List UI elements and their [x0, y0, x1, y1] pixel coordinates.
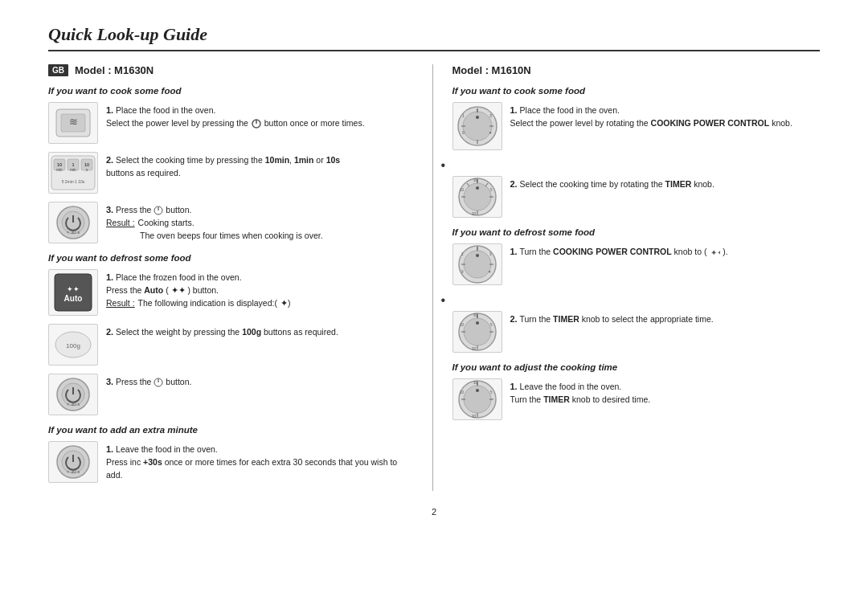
- step1-line3: button once or more times.: [264, 118, 365, 128]
- r-step2-text2: knob.: [694, 179, 714, 189]
- page-title: Quick Look-up Guide: [48, 24, 820, 51]
- start-symbol2-inline: [154, 378, 163, 387]
- right-section3-title: If you want to adjust the cooking time: [452, 362, 821, 372]
- svg-text:✦✦: ✦✦: [67, 285, 80, 293]
- r-defrost-bracket: ).: [723, 247, 727, 256]
- bullet1: •: [441, 158, 821, 173]
- defrost-result-text: The following indication is displayed:(: [138, 297, 277, 310]
- defrost-step2-bold: 100g: [242, 327, 261, 337]
- timer-knob2-icon: 30 10 5 20: [456, 310, 499, 353]
- svg-text:≋: ≋: [69, 116, 78, 128]
- r-defrost-step1-num: 1.: [510, 247, 518, 256]
- step2-text2: buttons as required.: [106, 168, 181, 178]
- defrost-symbol: ✦): [280, 297, 291, 310]
- left-defrost-step2-image: 100g: [48, 324, 98, 366]
- left-cook-step3-content: 3. Press the button. Result : Cooking st…: [106, 202, 416, 242]
- svg-text:20: 20: [472, 212, 477, 216]
- defrost-step1-text1: Place the frozen food in the oven.: [116, 272, 241, 282]
- svg-text:1: 1: [462, 113, 465, 118]
- svg-point-75: [476, 321, 479, 325]
- left-extra-step1-text: 1. Leave the food in the oven. Press inc…: [106, 443, 416, 481]
- left-cook-step1-text: 1. Place the food in the oven. Select th…: [106, 104, 416, 130]
- r-defrost-step1-text2: knob to (: [674, 247, 707, 256]
- svg-text:✦✦: ✦✦: [710, 248, 720, 257]
- left-defrost-step1-result: Result : The following indication is dis…: [106, 297, 416, 310]
- right-cook-step1: 1 3 9 ✦ 1. Place the food in the oven. S…: [452, 102, 821, 150]
- step3-text1: Press the: [116, 205, 151, 215]
- right-model-header: Model : M1610N: [452, 64, 821, 76]
- start-button-icon: × 30 s: [52, 203, 94, 242]
- svg-text:3: 3: [489, 113, 492, 118]
- right-cook-step1-image: 1 3 9 ✦: [452, 102, 502, 150]
- result-label: Result :: [106, 217, 135, 230]
- left-defrost-step2-content: 2. Select the weight by pressing the 100…: [106, 324, 416, 339]
- right-cook-step2: 30 10 5 20 2. Select the cooking time by…: [452, 176, 821, 218]
- svg-text:100g: 100g: [66, 342, 80, 349]
- left-model-header: GB Model : M1630N: [48, 64, 416, 76]
- extra-step1-num: 1.: [106, 444, 113, 454]
- left-defrost-step3: × 30 s 3. Press the button.: [48, 374, 416, 415]
- defrost-step1-text3: ( ✦✦ ) button.: [166, 285, 219, 295]
- right-model-title: Model : M1610N: [452, 64, 531, 76]
- svg-text:30: 30: [473, 178, 478, 182]
- step1-line2: Select the power level by pressing the: [106, 118, 248, 128]
- left-defrost-step1-content: 1. Place the frozen food in the oven. Pr…: [106, 269, 416, 309]
- right-cook-step2-content: 2. Select the cooking time by rotating t…: [510, 176, 821, 191]
- right-defrost-step2: 30 10 5 20 2. Turn the TIMER knob to sel…: [452, 311, 821, 353]
- svg-text:10: 10: [460, 390, 465, 394]
- right-adjust-step1: 30 10 5 20 1. Leave the food in the oven…: [452, 378, 821, 420]
- step2-or: or: [316, 155, 326, 165]
- defrost-result-label: Result :: [106, 297, 135, 310]
- defrost-step1-bold: Auto: [144, 285, 163, 295]
- svg-text:30: 30: [473, 313, 478, 317]
- left-cook-step3-result: Result : Cooking starts.: [106, 217, 416, 230]
- left-defrost-step3-content: 3. Press the button.: [106, 374, 416, 389]
- left-cook-step3-text: 3. Press the button. Result : Cooking st…: [106, 203, 416, 242]
- right-defrost-step1: 1 3 9 ✦ 1. Turn the COOKING POWER CONTRO…: [452, 243, 821, 285]
- defrost-step3-num: 3.: [106, 377, 113, 386]
- right-adjust-step1-content: 1. Leave the food in the oven. Turn the …: [510, 378, 821, 407]
- right-defrost-step1-content: 1. Turn the COOKING POWER CONTROL knob t…: [510, 243, 821, 259]
- right-defrost-step2-image: 30 10 5 20: [452, 311, 502, 353]
- left-section1-title: If you want to cook some food: [48, 86, 416, 96]
- gb-badge: GB: [48, 64, 68, 76]
- defrost-step1-num: 1.: [106, 272, 113, 282]
- r-step1-num: 1.: [510, 105, 518, 115]
- left-cook-step3-image: × 30 s: [48, 202, 98, 243]
- r-adjust-step1-text1: Leave the food in the oven.: [520, 382, 622, 391]
- r-adjust-step1-bold: TIMER: [543, 394, 570, 404]
- r-adjust-step1-text3: knob to desired time.: [572, 394, 650, 404]
- right-defrost-step1-text: 1. Turn the COOKING POWER CONTROL knob t…: [510, 245, 821, 259]
- svg-text:5    2min   1    10s: 5 2min 1 10s: [62, 179, 85, 184]
- r-step2-text1: Select the cooking time by rotating the: [520, 179, 663, 189]
- left-column: GB Model : M1630N If you want to cook so…: [48, 64, 433, 491]
- r-step1-bold: COOKING POWER CONTROL: [651, 118, 770, 128]
- start-button2-icon: × 30 s: [52, 375, 94, 414]
- left-model-title: Model : M1630N: [75, 64, 154, 76]
- r-step2-bold: TIMER: [665, 179, 692, 189]
- svg-text:20: 20: [472, 415, 477, 419]
- timer-knob-icon: 30 10 5 20: [456, 175, 499, 219]
- svg-text:✦: ✦: [489, 130, 492, 135]
- power-button-icon: ≋: [53, 106, 93, 140]
- left-extra-step1: × 30 s 1. Leave the food in the oven. Pr…: [48, 441, 416, 483]
- bullet2: •: [441, 293, 821, 308]
- plus30s-button-icon: × 30 s: [52, 443, 94, 481]
- r-step1-text2: Select the power level by rotating the: [510, 118, 649, 128]
- right-defrost-step2-content: 2. Turn the TIMER knob to select the app…: [510, 311, 821, 326]
- extra-press-inc: Press inc: [106, 457, 141, 467]
- defrost-step2-num: 2.: [106, 327, 113, 337]
- svg-text:× 30 s: × 30 s: [67, 402, 80, 407]
- right-column: Model : M1610N If you want to cook some …: [433, 64, 821, 491]
- r-defrost-step1-bold: COOKING POWER CONTROL: [553, 247, 672, 256]
- left-defrost-step1: ✦✦ Auto 1. Place the frozen food in the …: [48, 269, 416, 316]
- left-cook-step1-content: 1. Place the food in the oven. Select th…: [106, 102, 416, 130]
- power-symbol-inline: [251, 118, 262, 129]
- left-extra-step1-image: × 30 s: [48, 441, 98, 483]
- defrost-step1-text2: Press the: [106, 285, 141, 295]
- left-cook-step1: ≋ 1. Place the food in the oven. Select …: [48, 102, 416, 144]
- right-defrost-step1-image: 1 3 9 ✦: [452, 243, 502, 285]
- defrost-symbol: ✦✦: [709, 247, 720, 257]
- left-extra-step1-content: 1. Leave the food in the oven. Press inc…: [106, 441, 416, 481]
- right-adjust-step1-text: 1. Leave the food in the oven. Turn the …: [510, 380, 821, 407]
